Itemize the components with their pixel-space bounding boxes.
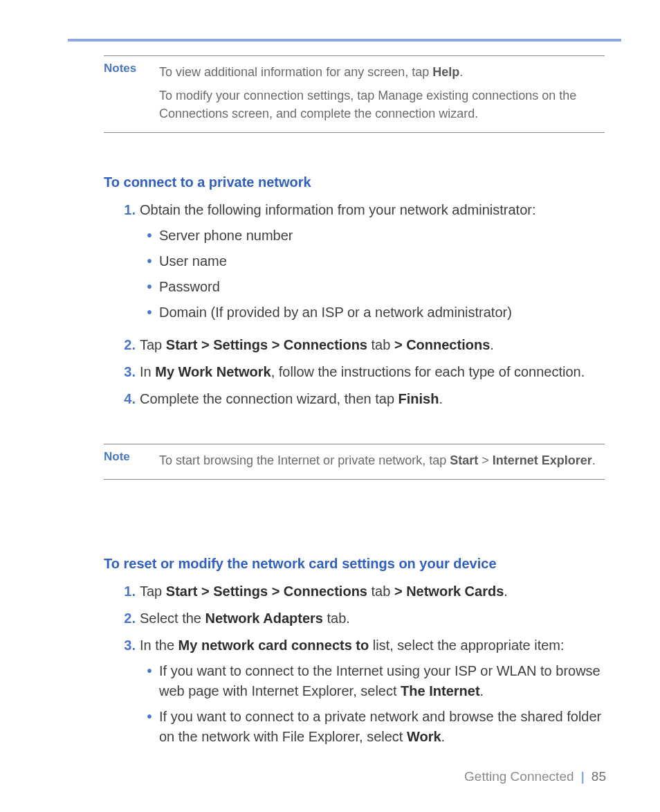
step-body: In My Work Network, follow the instructi… xyxy=(140,362,605,382)
step-body: Select the Network Adapters tab. xyxy=(140,608,605,629)
text-bold: Work xyxy=(407,729,441,744)
notes-block-top: Notes To view additional information for… xyxy=(104,55,605,133)
step-body: Tap Start > Settings > Connections tab >… xyxy=(140,581,605,602)
text: > xyxy=(478,453,493,467)
note-label: Note xyxy=(104,449,159,464)
step-2: 2. Select the Network Adapters tab. xyxy=(104,608,605,629)
step-body: Tap Start > Settings > Connections tab >… xyxy=(140,335,605,355)
step-4: 4. Complete the connection wizard, then … xyxy=(104,389,605,409)
text: In xyxy=(140,364,155,379)
text: . xyxy=(592,453,596,467)
step-3: 3. In My Work Network, follow the instru… xyxy=(104,362,605,382)
text-bold: The Internet xyxy=(401,683,479,698)
text: tab xyxy=(367,337,394,352)
bullet-icon: • xyxy=(140,661,159,681)
step-number: 2. xyxy=(104,335,140,355)
bullet-item: •Domain (If provided by an ISP or a netw… xyxy=(140,303,605,323)
bullet-icon: • xyxy=(140,226,159,246)
text-bold: Finish xyxy=(398,391,439,406)
section-heading-network-card: To reset or modify the network card sett… xyxy=(104,556,605,572)
note-line: To start browsing the Internet or privat… xyxy=(159,451,605,469)
bullet-item: •Server phone number xyxy=(140,226,605,246)
step-body: In the My network card connects to list,… xyxy=(140,635,605,752)
text: . xyxy=(459,65,463,79)
footer-section-title: Getting Connected xyxy=(464,769,574,784)
notes-label: Notes xyxy=(104,60,159,75)
note-block-middle: Note To start browsing the Internet or p… xyxy=(104,444,605,480)
text: . xyxy=(480,683,484,698)
step-2: 2. Tap Start > Settings > Connections ta… xyxy=(104,335,605,355)
bullet-icon: • xyxy=(140,303,159,323)
text: . xyxy=(439,391,443,406)
section-heading-private-network: To connect to a private network xyxy=(104,174,605,190)
notes-text: To view additional information for any s… xyxy=(159,60,605,128)
text: Obtain the following information from yo… xyxy=(140,202,535,217)
text: Tap xyxy=(140,337,166,352)
text-bold: My network card connects to xyxy=(178,638,369,653)
text-bold: Help xyxy=(432,65,459,79)
text-bold: > Connections xyxy=(394,337,490,352)
step-number: 3. xyxy=(104,362,140,382)
bullet-text: If you want to connect to the Internet u… xyxy=(159,661,605,701)
text: Tap xyxy=(140,584,166,599)
text: If you want to connect to a private netw… xyxy=(159,709,601,744)
text: Complete the connection wizard, then tap xyxy=(140,391,398,406)
footer-page-number: 85 xyxy=(592,769,606,784)
step-number: 3. xyxy=(104,635,140,656)
bullet-item: • If you want to connect to a private ne… xyxy=(140,707,605,747)
info-bullets: •Server phone number •User name •Passwor… xyxy=(140,226,605,323)
step-body: Complete the connection wizard, then tap… xyxy=(140,389,605,409)
steps-network-card: 1. Tap Start > Settings > Connections ta… xyxy=(104,581,605,752)
top-divider xyxy=(68,39,621,42)
text: . xyxy=(441,729,446,744)
text-bold: Start > Settings > Connections xyxy=(166,337,367,352)
step-number: 4. xyxy=(104,389,140,409)
page-content: Notes To view additional information for… xyxy=(104,55,605,759)
notes-line-2: To modify your connection settings, tap … xyxy=(159,87,605,123)
step-number: 1. xyxy=(104,581,140,602)
step-number: 1. xyxy=(104,200,140,220)
text: If you want to connect to the Internet u… xyxy=(159,663,601,698)
text-bold: Start > Settings > Connections xyxy=(166,584,367,599)
notes-line-1: To view additional information for any s… xyxy=(159,63,605,81)
spacer xyxy=(104,416,605,444)
step-1: 1. Obtain the following information from… xyxy=(104,200,605,328)
text-bold: Network Adapters xyxy=(205,611,323,626)
text: , follow the instructions for each type … xyxy=(271,364,585,379)
steps-private-network: 1. Obtain the following information from… xyxy=(104,200,605,409)
option-bullets: • If you want to connect to the Internet… xyxy=(140,661,605,747)
spacer xyxy=(104,521,605,556)
notes-row: Note To start browsing the Internet or p… xyxy=(104,449,605,475)
text: . xyxy=(490,337,494,352)
text: In the xyxy=(140,638,178,653)
text: To view additional information for any s… xyxy=(159,65,432,79)
text: tab. xyxy=(323,611,350,626)
text: tab xyxy=(367,584,394,599)
bullet-icon: • xyxy=(140,707,159,727)
text-bold: > Network Cards xyxy=(394,584,504,599)
bullet-item: •Password xyxy=(140,277,605,297)
note-text: To start browsing the Internet or privat… xyxy=(159,449,605,475)
bullet-item: •User name xyxy=(140,251,605,271)
step-number: 2. xyxy=(104,608,140,629)
text-bold: Start xyxy=(450,453,478,467)
bullet-text: User name xyxy=(159,251,605,271)
step-body: Obtain the following information from yo… xyxy=(140,200,605,328)
bullet-icon: • xyxy=(140,277,159,297)
notes-row: Notes To view additional information for… xyxy=(104,60,605,128)
step-3: 3. In the My network card connects to li… xyxy=(104,635,605,752)
text-bold: My Work Network xyxy=(155,364,271,379)
text-bold: Internet Explorer xyxy=(493,453,592,467)
bullet-text: Password xyxy=(159,277,605,297)
text: Select the xyxy=(140,611,205,626)
step-1: 1. Tap Start > Settings > Connections ta… xyxy=(104,581,605,602)
bullet-text: Server phone number xyxy=(159,226,605,246)
bullet-text: Domain (If provided by an ISP or a netwo… xyxy=(159,303,605,323)
bullet-icon: • xyxy=(140,251,159,271)
text: To start browsing the Internet or privat… xyxy=(159,453,450,467)
bullet-item: • If you want to connect to the Internet… xyxy=(140,661,605,701)
bullet-text: If you want to connect to a private netw… xyxy=(159,707,605,747)
footer-separator-icon: | xyxy=(581,769,585,784)
text: . xyxy=(504,584,508,599)
text: list, select the appropriate item: xyxy=(369,638,564,653)
